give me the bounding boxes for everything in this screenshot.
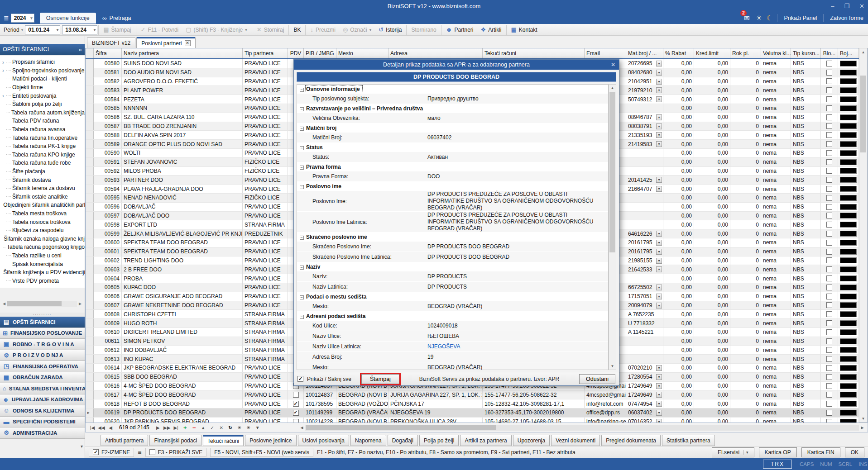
apr-row[interactable]: − Skraćeno Poslovno Ime Latinica: DP PRO… bbox=[297, 252, 608, 262]
apr-row[interactable]: − Podaci o mestu sedišta bbox=[297, 292, 608, 301]
matbroj-dropdown[interactable]: ▾ bbox=[656, 177, 662, 183]
el-servisi-button[interactable]: El.servisi ▾ bbox=[712, 447, 754, 457]
detail-tab[interactable]: Vezni dokumenti bbox=[551, 435, 600, 446]
sidebar-tree-item[interactable]: › Objekti firme bbox=[0, 83, 85, 92]
show-panel-button[interactable]: Prikaži Panel bbox=[782, 15, 819, 21]
apr-row[interactable]: − Osnovne informacije bbox=[297, 85, 608, 94]
sidebar-section-button[interactable]: ☻ UPRAVLJANJE KADROVIMA bbox=[0, 394, 85, 406]
detail-tab[interactable]: Pregled dokumenata bbox=[601, 435, 661, 446]
blokiran-checkbox[interactable] bbox=[826, 123, 832, 129]
color-swatch[interactable] bbox=[840, 132, 857, 138]
blokiran-checkbox[interactable] bbox=[826, 285, 832, 290]
blokiran-checkbox[interactable] bbox=[826, 204, 832, 210]
color-swatch[interactable] bbox=[840, 311, 857, 317]
sidebar-section-button[interactable]: ⚙ P R O I Z V O D NJ A bbox=[0, 350, 85, 361]
column-header[interactable]: Tekući računi bbox=[483, 48, 585, 58]
sidebar-section-button[interactable]: ☺ ODNOSI SA KLIJENTIMA bbox=[0, 405, 85, 417]
toolbar-button[interactable]: Stornirano ▾ bbox=[406, 25, 440, 35]
dark-theme-icon[interactable]: ☾ bbox=[767, 14, 772, 22]
color-swatch[interactable] bbox=[840, 392, 857, 398]
color-swatch[interactable] bbox=[840, 257, 857, 263]
matbroj-dropdown[interactable]: ▾ bbox=[656, 383, 662, 389]
sidebar-tree-item[interactable]: › Ključevi za raspodelu bbox=[0, 226, 85, 235]
matbroj-dropdown[interactable]: ▾ bbox=[656, 294, 662, 299]
sidebar-overflow-buttons[interactable]: ▾ bbox=[81, 440, 83, 449]
apr-row[interactable]: − Naziv Latinica: DP PRODUCTS bbox=[297, 282, 608, 292]
messages-button[interactable]: ✉ 2 bbox=[744, 14, 750, 22]
color-swatch[interactable] bbox=[840, 338, 857, 344]
color-swatch[interactable] bbox=[840, 168, 857, 174]
sidebar-tree-item[interactable]: › Vrste PDV prometa bbox=[0, 276, 85, 285]
apr-row[interactable]: − Mesto: BEOGRAD (VRAČAR) bbox=[297, 301, 608, 312]
detail-tab[interactable]: Uslovi poslovanja bbox=[298, 435, 349, 446]
toolbar-button[interactable]: ▤ Štampaj ▾ bbox=[98, 25, 134, 35]
toolbar-button[interactable]: ❖ Artikli ▾ bbox=[477, 25, 505, 35]
color-swatch[interactable] bbox=[840, 240, 857, 246]
sidebar-tree-item[interactable]: › Tabela nosioca troškova bbox=[0, 218, 85, 226]
nav-post-button[interactable]: ✓ bbox=[208, 425, 216, 430]
sidebar-tree-item[interactable]: › Tabela razlike u ceni bbox=[0, 252, 85, 260]
color-swatch[interactable] bbox=[840, 249, 857, 255]
column-header[interactable]: Šifra bbox=[94, 48, 122, 58]
sidebar-section-button[interactable]: ⚙ ADMINISTRACIJA bbox=[0, 427, 85, 439]
nav-edit-button[interactable]: ▲ bbox=[199, 425, 207, 430]
scroll-right-icon[interactable]: ▶ bbox=[77, 302, 83, 306]
color-swatch[interactable] bbox=[840, 195, 857, 201]
blokiran-checkbox[interactable] bbox=[826, 96, 832, 102]
sidebar-tree-item[interactable]: › Šifarnik dostava bbox=[0, 176, 85, 184]
sidebar-section-button[interactable]: ▤ OPŠTI ŠIFARNICI bbox=[0, 317, 85, 328]
color-swatch[interactable] bbox=[840, 177, 857, 183]
color-swatch[interactable] bbox=[840, 329, 857, 335]
blokiran-checkbox[interactable] bbox=[826, 401, 832, 407]
color-swatch[interactable] bbox=[840, 356, 857, 362]
table-row[interactable]: ▸ 00618 REFOT B DOO BEOGRAD PRAVNO LICE … bbox=[86, 399, 868, 408]
nav-next-page-button[interactable]: ▶▶ bbox=[163, 425, 171, 430]
sidebar-tree-item[interactable]: › Šifre plaćanja bbox=[0, 167, 85, 176]
toolbar-button[interactable]: ▦ Kontakt ▾ bbox=[506, 25, 541, 35]
apr-row[interactable]: − Mesto: BEOGRAD (VRAČAR) bbox=[297, 362, 608, 370]
color-swatch[interactable] bbox=[840, 87, 857, 93]
sidebar-tree-item[interactable]: › Spoljno-trgovinsko poslovanje bbox=[0, 66, 85, 75]
apr-row[interactable]: − Kod Ulice: 1024009018 bbox=[297, 321, 608, 331]
blokiran-checkbox[interactable] bbox=[826, 222, 832, 228]
color-swatch[interactable] bbox=[840, 222, 857, 228]
color-swatch[interactable] bbox=[840, 275, 857, 281]
color-swatch[interactable] bbox=[840, 231, 857, 237]
blokiran-checkbox[interactable] bbox=[826, 70, 832, 76]
column-header[interactable]: Valutna kl... bbox=[761, 48, 791, 58]
detail-tab[interactable]: Događaji bbox=[388, 435, 418, 446]
matbroj-dropdown[interactable]: ▾ bbox=[656, 70, 662, 76]
sidebar-tree-item[interactable]: › Šifarnik terena za dostavu bbox=[0, 184, 85, 193]
blokiran-checkbox[interactable] bbox=[826, 329, 832, 335]
sidebar-tree-item[interactable]: › Matični podaci - klijenti bbox=[0, 75, 85, 83]
sidebar-tree-item[interactable]: › Šifarnik ostale analitike bbox=[0, 193, 85, 201]
blokiran-checkbox[interactable] bbox=[826, 141, 832, 147]
matbroj-dropdown[interactable]: ▾ bbox=[656, 303, 662, 309]
blokiran-checkbox[interactable] bbox=[826, 294, 832, 299]
toolbar-button[interactable]: ✓ F11 - Potvrdi ▾ bbox=[136, 25, 182, 35]
color-swatch[interactable] bbox=[840, 374, 857, 380]
scroll-left-icon[interactable]: ◀ bbox=[298, 426, 305, 430]
apr-row[interactable]: − Veličina Obveznika: мало bbox=[297, 113, 608, 123]
color-swatch[interactable] bbox=[840, 285, 857, 290]
menu-icon[interactable]: ≡ bbox=[138, 449, 141, 456]
document-tab[interactable]: Poslovni partneri ✕ bbox=[136, 37, 195, 48]
column-header[interactable]: Blo... bbox=[821, 48, 838, 58]
apr-row[interactable]: − Naziv Ulice: ЊЕГОШЕВА bbox=[297, 331, 608, 342]
tab-osnovne-funkcije[interactable]: Osnovne funkcije bbox=[40, 13, 96, 24]
blokiran-checkbox[interactable] bbox=[826, 105, 832, 111]
color-swatch[interactable] bbox=[840, 410, 857, 416]
blokiran-checkbox[interactable] bbox=[826, 275, 832, 281]
tab-close-icon[interactable]: ✕ bbox=[185, 40, 191, 46]
matbroj-dropdown[interactable]: ▾ bbox=[656, 114, 662, 120]
scrollbar-thumb[interactable] bbox=[306, 425, 496, 430]
detail-tab[interactable]: Poslovne jedinice bbox=[245, 435, 296, 446]
apr-row[interactable]: − Pravna Forma: DOO bbox=[297, 171, 608, 182]
nav-refresh-button[interactable]: ↻ bbox=[226, 425, 235, 430]
blokiran-checkbox[interactable] bbox=[826, 195, 832, 201]
light-theme-icon[interactable]: ☀ bbox=[756, 14, 762, 22]
maximize-icon[interactable]: ❐ bbox=[844, 3, 849, 9]
nav-add-button[interactable]: + bbox=[181, 424, 189, 431]
blokiran-checkbox[interactable] bbox=[826, 240, 832, 246]
close-forms-button[interactable]: Zatvori forme bbox=[828, 15, 865, 21]
